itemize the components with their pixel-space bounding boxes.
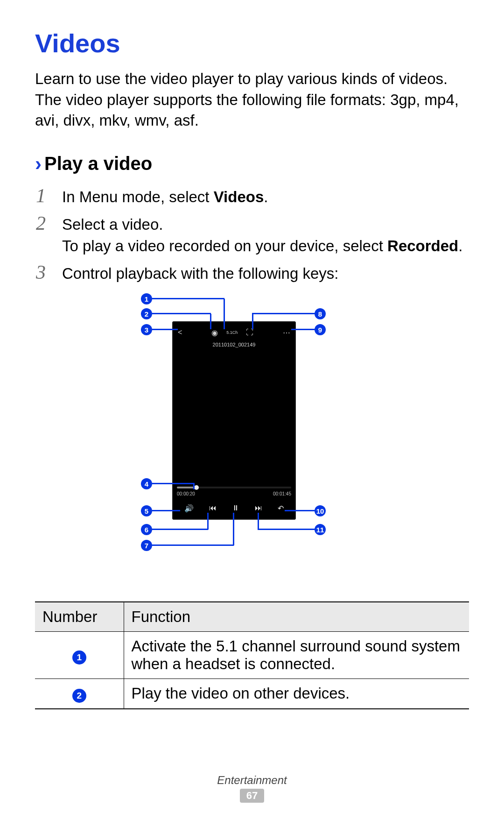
callout-4: 4 xyxy=(141,478,152,489)
step-2: 2 Select a video. To play a video record… xyxy=(36,212,469,258)
callout-8: 8 xyxy=(315,308,326,319)
steps-list: 1 In Menu mode, select Videos. 2 Select … xyxy=(36,184,469,285)
callout-line xyxy=(152,544,234,546)
number-badge: 1 xyxy=(72,650,86,664)
step-text: In Menu mode, select Videos. xyxy=(62,184,268,208)
callout-line xyxy=(252,313,315,314)
chevron-icon: › xyxy=(35,153,42,175)
step-text-fragment: . xyxy=(264,188,268,205)
callout-line xyxy=(152,529,208,530)
callout-line xyxy=(152,510,180,511)
pause-icon[interactable]: ⏸ xyxy=(232,504,239,512)
time-total: 00:01:45 xyxy=(273,491,291,496)
video-area[interactable] xyxy=(175,350,293,485)
allshare-icon[interactable]: ◉ xyxy=(211,328,218,337)
phone-screen: < ◉ 5.1Ch ⛶ ⋯ 20110102_002149 00:00:20 0… xyxy=(172,321,296,520)
callout-11: 11 xyxy=(315,524,326,535)
row-function-cell: Activate the 5.1 channel surround sound … xyxy=(124,632,469,679)
step-1: 1 In Menu mode, select Videos. xyxy=(36,184,469,208)
manual-page: Videos Learn to use the video player to … xyxy=(0,0,504,827)
step-text-fragment: To play a video recorded on your device,… xyxy=(62,237,387,254)
step-number: 1 xyxy=(36,184,62,207)
step-text-fragment: In Menu mode, select xyxy=(62,188,214,205)
section-heading: › Play a video xyxy=(35,153,469,175)
step-text-bold: Videos xyxy=(214,188,264,205)
topbar-middle: ◉ 5.1Ch ⛶ xyxy=(211,328,253,337)
player-diagram: < ◉ 5.1Ch ⛶ ⋯ 20110102_002149 00:00:20 0… xyxy=(42,293,462,587)
progress-knob[interactable] xyxy=(194,485,199,490)
callout-line xyxy=(152,483,194,484)
step-text: Control playback with the following keys… xyxy=(62,261,338,285)
step-number: 3 xyxy=(36,261,62,283)
callout-line xyxy=(152,313,211,314)
footer-category: Entertainment xyxy=(0,774,504,787)
row-number-cell: 1 xyxy=(35,632,124,679)
row-number-cell: 2 xyxy=(35,679,124,709)
callout-line xyxy=(152,329,178,330)
back-icon[interactable]: ↶ xyxy=(278,504,284,513)
callout-line xyxy=(258,529,315,530)
step-text-line: Select a video. xyxy=(62,216,163,233)
player-topbar: < ◉ 5.1Ch ⛶ ⋯ xyxy=(172,324,296,341)
intro-text: Learn to use the video player to play va… xyxy=(35,69,469,131)
time-row: 00:00:20 00:01:45 xyxy=(177,491,291,496)
more-icon[interactable]: ⋯ xyxy=(283,328,290,337)
table-row: 1 Activate the 5.1 channel surround soun… xyxy=(35,632,469,679)
step-number: 2 xyxy=(36,212,62,234)
fullscreen-icon[interactable]: ⛶ xyxy=(246,328,253,337)
surround-label[interactable]: 5.1Ch xyxy=(226,330,238,335)
col-function: Function xyxy=(124,602,469,632)
callout-2: 2 xyxy=(141,308,152,319)
callout-line xyxy=(233,513,234,545)
callout-6: 6 xyxy=(141,524,152,535)
step-text-bold: Recorded xyxy=(387,237,458,254)
previous-icon[interactable]: ⏮ xyxy=(209,504,217,512)
page-title: Videos xyxy=(35,28,469,58)
callout-line xyxy=(291,329,315,330)
share-icon[interactable]: < xyxy=(178,328,182,337)
step-text: Select a video. To play a video recorded… xyxy=(62,212,462,258)
function-table: Number Function 1 Activate the 5.1 chann… xyxy=(35,601,469,709)
row-function-cell: Play the video on other devices. xyxy=(124,679,469,709)
callout-line xyxy=(152,298,224,299)
callout-line xyxy=(193,483,195,489)
table-row: 2 Play the video on other devices. xyxy=(35,679,469,709)
callout-1: 1 xyxy=(141,293,152,304)
callout-5: 5 xyxy=(141,505,152,516)
callout-line xyxy=(252,314,253,329)
callout-line xyxy=(224,299,225,329)
callout-3: 3 xyxy=(141,324,152,335)
next-icon[interactable]: ⏭ xyxy=(255,504,262,512)
page-footer: Entertainment 67 xyxy=(0,774,504,803)
video-filename: 20110102_002149 xyxy=(172,342,296,347)
callout-7: 7 xyxy=(141,540,152,551)
callout-9: 9 xyxy=(315,324,326,335)
callout-10: 10 xyxy=(315,505,326,516)
number-badge: 2 xyxy=(72,689,86,703)
step-3: 3 Control playback with the following ke… xyxy=(36,261,469,285)
callout-line xyxy=(285,510,315,511)
col-number: Number xyxy=(35,602,124,632)
callout-line xyxy=(210,314,211,329)
section-title: Play a video xyxy=(44,153,152,174)
table-header-row: Number Function xyxy=(35,602,469,632)
callout-line xyxy=(207,513,209,530)
step-text-fragment: . xyxy=(458,237,462,254)
callout-line xyxy=(258,513,259,530)
volume-icon[interactable]: 🔊 xyxy=(184,504,194,513)
time-elapsed: 00:00:20 xyxy=(177,491,195,496)
page-number: 67 xyxy=(240,789,264,803)
